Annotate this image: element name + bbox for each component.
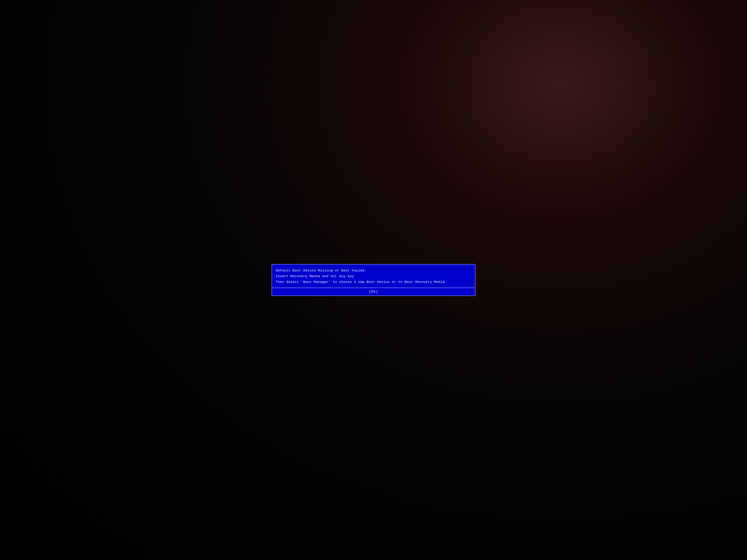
error-line-1: Default Boot Device Missing or Boot Fail… bbox=[276, 268, 471, 273]
dialog-message-area: Default Boot Device Missing or Boot Fail… bbox=[272, 264, 475, 288]
error-dialog: Default Boot Device Missing or Boot Fail… bbox=[272, 264, 475, 296]
ok-button[interactable]: [Ok] bbox=[369, 290, 378, 294]
error-line-2: Insert Recovery Media and Hit any key bbox=[276, 273, 471, 279]
dialog-button-area: [Ok] bbox=[272, 288, 475, 296]
error-line-3: Then Select 'Boot Manager' to choose a n… bbox=[276, 279, 471, 285]
bios-screen: Default Boot Device Missing or Boot Fail… bbox=[0, 0, 747, 560]
